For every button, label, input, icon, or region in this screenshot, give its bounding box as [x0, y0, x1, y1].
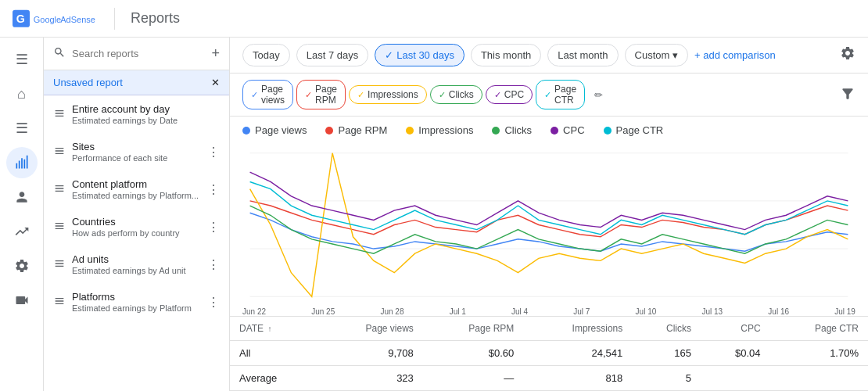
adsense-logo: G Google AdSense — [13, 9, 99, 28]
legend-item-page-views: Page views — [242, 124, 307, 136]
more-options-icon-ad-units[interactable]: ⋮ — [207, 257, 220, 272]
last30-label: Last 30 days — [396, 49, 454, 61]
page-title: Reports — [131, 10, 180, 27]
chip-check-page-rpm: ✓ — [305, 90, 312, 100]
filter-chip-page-rpm[interactable]: ✓ Page RPM — [296, 80, 346, 109]
x-axis-labels: Jun 22Jun 25Jun 28Jul 1Jul 4Jul 7Jul 10J… — [230, 306, 868, 316]
sidebar-item-text-sites: Sites Performance of each site — [72, 141, 201, 163]
filter-chip-clicks[interactable]: ✓ Clicks — [430, 85, 482, 104]
chip-label-cpc: CPC — [504, 89, 524, 100]
topbar: G Google AdSense Reports — [0, 0, 868, 38]
legend-item-clicks: Clicks — [492, 124, 532, 136]
cell-average-impressions: 818 — [523, 366, 632, 391]
nav-chart-icon[interactable] — [6, 147, 38, 178]
icon-nav: ☰ ⌂ ☰ — [0, 38, 44, 391]
sidebar-item-sites[interactable]: Sites Performance of each site ⋮ — [44, 133, 229, 170]
cell-all-page_rpm: $0.60 — [423, 341, 524, 366]
sidebar-item-text-platforms: Platforms Estimated earnings by Platform — [72, 291, 201, 313]
data-table: DATE ↑Page viewsPage RPMImpressionsClick… — [230, 316, 868, 391]
nav-settings-icon[interactable] — [6, 250, 38, 282]
today-button[interactable]: Today — [242, 44, 290, 66]
sidebar-item-subtitle-content-platform: Estimated earnings by Platform... — [72, 191, 201, 200]
nav-home-icon[interactable]: ⌂ — [6, 78, 38, 109]
x-axis-label: Jul 13 — [701, 307, 723, 316]
x-axis-label: Jul 7 — [573, 307, 590, 316]
table-row-average: Average323—8185 — [230, 366, 868, 391]
legend-item-cpc: CPC — [551, 124, 584, 136]
cell-all-page_views: 9,708 — [318, 341, 423, 366]
sidebar-item-icon-ad-units — [53, 257, 66, 272]
sidebar: + Unsaved report ✕ Entire account by day… — [44, 38, 230, 391]
x-axis-label: Jun 28 — [380, 307, 404, 316]
filter-chip-cpc[interactable]: ✓ CPC — [486, 85, 533, 104]
filter-chip-page-views[interactable]: ✓ Page views — [242, 80, 293, 109]
search-input[interactable] — [72, 48, 205, 59]
nav-person-icon[interactable] — [6, 181, 38, 213]
col-header-impressions[interactable]: Impressions — [523, 317, 632, 341]
cell-average-clicks: 5 — [632, 366, 701, 391]
sidebar-item-entire-account[interactable]: Entire account by day Estimated earnings… — [44, 95, 229, 133]
table-header: DATE ↑Page viewsPage RPMImpressionsClick… — [230, 317, 868, 341]
unsaved-report-label: Unsaved report — [53, 77, 211, 88]
x-axis-label: Jul 1 — [450, 307, 466, 316]
last30-button[interactable]: ✓ Last 30 days — [375, 44, 464, 66]
sidebar-item-text-ad-units: Ad units Estimated earnings by Ad unit — [72, 253, 201, 275]
legend-label: Clicks — [504, 124, 532, 136]
nav-doc-icon[interactable]: ☰ — [6, 113, 38, 144]
add-comparison-button[interactable]: + add comparison — [694, 49, 776, 61]
layout: ☰ ⌂ ☰ + Unsaved report ✕ — [0, 38, 868, 391]
nav-trending-icon[interactable] — [6, 216, 38, 247]
filter-chip-page-ctr[interactable]: ✓ Page CTR — [536, 80, 585, 109]
sidebar-items-list: Entire account by day Estimated earnings… — [44, 95, 229, 321]
nav-menu-icon[interactable]: ☰ — [6, 44, 38, 75]
col-header-page_views[interactable]: Page views — [318, 317, 423, 341]
last7-button[interactable]: Last 7 days — [296, 44, 369, 66]
sidebar-item-icon-entire-account — [53, 107, 66, 122]
col-header-cpc[interactable]: CPC — [701, 317, 770, 341]
chart-container — [230, 144, 868, 306]
filter-icon[interactable] — [840, 86, 855, 104]
more-options-icon-countries[interactable]: ⋮ — [207, 220, 220, 235]
filter-chip-impressions[interactable]: ✓ Impressions — [349, 85, 427, 104]
legend-dot — [551, 127, 558, 135]
table-row-all: All9,708$0.6024,541165$0.041.70% — [230, 341, 868, 366]
this-month-button[interactable]: This month — [471, 44, 541, 66]
last-month-button[interactable]: Last month — [547, 44, 618, 66]
sidebar-item-ad-units[interactable]: Ad units Estimated earnings by Ad unit ⋮ — [44, 246, 229, 283]
svg-text:AdSense: AdSense — [60, 15, 95, 24]
close-unsaved-icon[interactable]: ✕ — [211, 77, 220, 88]
sidebar-item-subtitle-ad-units: Estimated earnings by Ad unit — [72, 266, 201, 275]
search-icon — [53, 46, 66, 62]
x-axis-label: Jul 19 — [834, 307, 855, 316]
main-content: Today Last 7 days ✓ Last 30 days This mo… — [230, 38, 868, 391]
col-header-clicks[interactable]: Clicks — [632, 317, 701, 341]
custom-button[interactable]: Custom ▾ — [625, 44, 688, 66]
sidebar-item-countries[interactable]: Countries How ads perform by country ⋮ — [44, 208, 229, 246]
settings-icon[interactable] — [840, 45, 855, 65]
legend-item-impressions: Impressions — [406, 124, 473, 136]
legend-label: Impressions — [418, 124, 473, 136]
sidebar-item-title-content-platform: Content platform — [72, 178, 201, 190]
sidebar-search-bar[interactable]: + — [44, 38, 229, 70]
chart-legend: Page views Page RPM Impressions Clicks C… — [230, 117, 868, 144]
edit-metrics-icon[interactable]: ✏ — [594, 89, 603, 101]
col-header-date[interactable]: DATE ↑ — [230, 317, 318, 341]
more-options-icon-content-platform[interactable]: ⋮ — [207, 182, 220, 197]
legend-label: Page RPM — [338, 124, 387, 136]
chip-label-impressions: Impressions — [368, 89, 418, 100]
more-options-icon-sites[interactable]: ⋮ — [207, 145, 220, 160]
cell-average-page_ctr — [770, 366, 868, 391]
check-icon: ✓ — [385, 49, 393, 61]
sidebar-item-title-countries: Countries — [72, 216, 201, 228]
sidebar-item-platforms[interactable]: Platforms Estimated earnings by Platform… — [44, 283, 229, 321]
nav-video-icon[interactable] — [6, 285, 38, 316]
cell-all-date: All — [230, 341, 318, 366]
svg-text:G: G — [16, 13, 25, 25]
col-header-page_rpm[interactable]: Page RPM — [423, 317, 524, 341]
col-header-page_ctr[interactable]: Page CTR — [770, 317, 868, 341]
x-axis-label: Jul 16 — [768, 307, 789, 316]
svg-text:Google: Google — [34, 15, 61, 24]
add-report-icon[interactable]: + — [211, 45, 220, 62]
more-options-icon-platforms[interactable]: ⋮ — [207, 295, 220, 310]
sidebar-item-content-platform[interactable]: Content platform Estimated earnings by P… — [44, 170, 229, 208]
